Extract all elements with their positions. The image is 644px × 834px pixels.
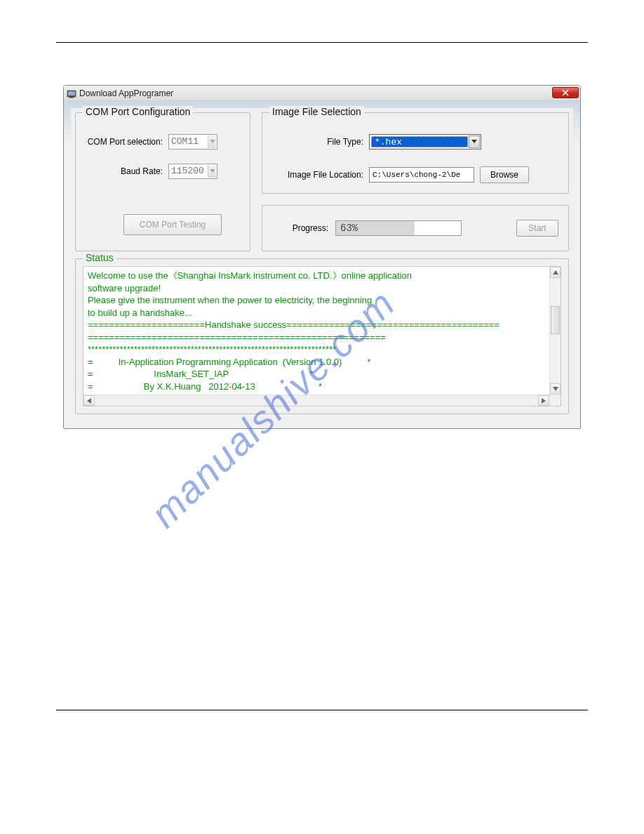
file-type-label: File Type: xyxy=(272,137,363,147)
chevron-down-icon xyxy=(208,135,216,148)
vertical-scrollbar[interactable] xyxy=(549,267,561,395)
scroll-right-icon[interactable] xyxy=(538,395,549,406)
progress-bar: 63% xyxy=(335,220,462,236)
close-button[interactable] xyxy=(552,87,579,98)
status-container: Welcome to use the《Shanghai InsMark inst… xyxy=(83,266,561,406)
progress-label: Progress: xyxy=(272,223,328,233)
file-type-row: File Type: *.hex xyxy=(272,134,558,150)
status-legend: Status xyxy=(83,252,116,263)
scroll-thumb[interactable] xyxy=(551,306,560,334)
svg-rect-2 xyxy=(69,97,74,98)
baud-rate-value: 115200 xyxy=(171,166,204,176)
file-type-value: *.hex xyxy=(371,136,468,147)
com-port-row: COM Port selection: COM11 xyxy=(86,134,240,150)
scroll-left-icon[interactable] xyxy=(83,395,95,406)
image-file-legend: Image File Selection xyxy=(269,106,364,117)
progress-percent: 63% xyxy=(336,223,358,234)
image-file-group: Image File Selection File Type: *.hex xyxy=(262,112,569,194)
window-body: COM Port Configuration COM Port selectio… xyxy=(64,101,580,428)
file-location-row: Image File Location: C:\Users\chong-2\De… xyxy=(272,166,558,183)
chevron-down-icon xyxy=(469,135,480,148)
scroll-track[interactable] xyxy=(550,278,561,383)
baud-rate-label: Baud Rate: xyxy=(86,166,163,176)
status-group: Status Welcome to use the《Shanghai InsMa… xyxy=(75,258,569,414)
browse-button[interactable]: Browse xyxy=(480,166,529,183)
titlebar: Download AppProgramer xyxy=(64,86,580,101)
svg-rect-1 xyxy=(68,91,75,95)
start-button[interactable]: Start xyxy=(516,220,558,237)
com-port-legend: COM Port Configuration xyxy=(83,106,193,117)
close-icon xyxy=(562,89,569,96)
status-text: Welcome to use the《Shanghai InsMark inst… xyxy=(88,270,545,405)
file-location-input[interactable]: C:\Users\chong-2\De xyxy=(369,167,474,183)
com-port-test-button[interactable]: COM Port Testing xyxy=(123,214,222,235)
file-location-label: Image File Location: xyxy=(272,170,363,180)
window-title: Download AppProgramer xyxy=(79,88,173,98)
com-port-label: COM Port selection: xyxy=(86,137,163,147)
com-port-value: COM11 xyxy=(171,136,199,147)
baud-rate-select[interactable]: 115200 xyxy=(168,164,217,179)
scroll-down-icon[interactable] xyxy=(550,383,561,395)
com-port-group: COM Port Configuration COM Port selectio… xyxy=(75,112,250,251)
com-port-select[interactable]: COM11 xyxy=(168,134,217,150)
chevron-down-icon xyxy=(208,165,216,178)
scroll-corner xyxy=(549,395,561,406)
app-window: Download AppProgramer COM Port Configura… xyxy=(63,85,581,429)
baud-rate-row: Baud Rate: 115200 xyxy=(86,164,240,179)
progress-group: Progress: 63% Start xyxy=(262,205,569,251)
file-type-select[interactable]: *.hex xyxy=(369,134,481,150)
app-icon xyxy=(67,88,76,98)
horizontal-scrollbar[interactable] xyxy=(83,395,549,406)
scroll-up-icon[interactable] xyxy=(550,267,561,278)
